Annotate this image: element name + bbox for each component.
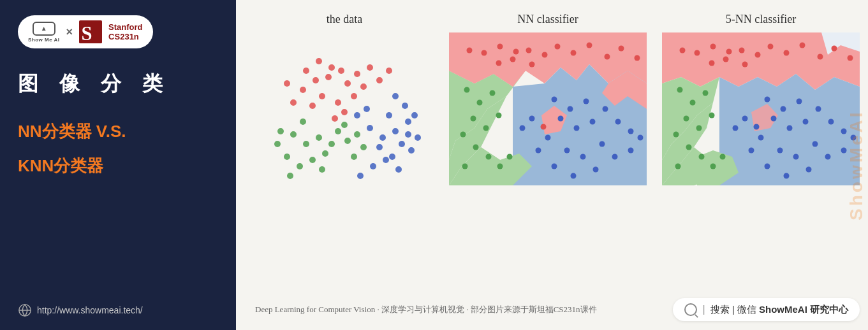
svg-point-136: [675, 164, 681, 169]
svg-point-47: [408, 147, 415, 154]
svg-point-109: [520, 126, 526, 131]
stanford-name: Stanford: [108, 22, 142, 32]
showme-label: Show Me AI: [28, 37, 60, 43]
svg-point-158: [806, 167, 812, 173]
svg-point-94: [590, 119, 596, 125]
stanford-course: CS231n: [108, 32, 142, 41]
svg-point-95: [603, 106, 608, 112]
nn-classifier-plot: [449, 32, 647, 185]
website-url: http://www.showmeai.tech/: [37, 305, 143, 315]
svg-point-102: [580, 154, 586, 160]
svg-point-54: [386, 112, 392, 118]
svg-point-84: [473, 145, 479, 150]
svg-point-69: [555, 44, 561, 50]
svg-point-137: [710, 164, 716, 169]
svg-point-2: [303, 68, 309, 74]
svg-point-121: [800, 43, 805, 48]
svg-point-55: [402, 103, 408, 109]
svg-point-112: [695, 50, 700, 56]
svg-point-18: [376, 77, 383, 83]
svg-point-159: [733, 126, 739, 131]
svg-point-96: [615, 119, 621, 125]
svg-point-36: [287, 173, 293, 179]
search-box[interactable]: | 搜索 | 微信 ShowMeAI 研究中心: [673, 298, 860, 321]
svg-point-41: [379, 134, 386, 141]
svg-point-124: [848, 55, 853, 61]
svg-point-110: [529, 116, 535, 122]
search-text: 搜索 | 微信 ShowMeAI 研究中心: [710, 304, 848, 316]
stanford-s-icon: S: [79, 20, 102, 43]
charts-area: the data: [255, 13, 860, 291]
svg-point-37: [300, 118, 306, 125]
svg-point-26: [297, 163, 303, 169]
scatter-plot: [255, 32, 434, 185]
svg-point-116: [723, 57, 729, 62]
svg-point-25: [284, 154, 290, 160]
svg-point-87: [497, 164, 503, 169]
stanford-text: Stanford CS231n: [108, 22, 142, 41]
showme-logo: Show Me AI: [28, 22, 60, 43]
svg-point-160: [742, 116, 748, 122]
svg-point-24: [316, 134, 322, 141]
svg-point-126: [742, 62, 748, 68]
svg-point-78: [477, 100, 483, 106]
svg-point-83: [460, 132, 466, 138]
svg-point-71: [587, 43, 592, 48]
svg-point-4: [328, 64, 335, 71]
svg-point-145: [816, 106, 821, 112]
svg-point-30: [277, 128, 284, 134]
svg-point-72: [605, 54, 610, 60]
svg-point-74: [635, 55, 640, 61]
svg-point-122: [818, 54, 823, 60]
search-icon: [684, 303, 697, 316]
svg-point-42: [392, 128, 399, 134]
svg-point-161: [754, 124, 760, 130]
svg-point-152: [793, 154, 799, 160]
svg-point-146: [828, 119, 834, 125]
svg-point-89: [552, 97, 557, 103]
svg-point-92: [558, 116, 564, 122]
svg-point-147: [841, 129, 847, 134]
svg-point-98: [600, 141, 605, 147]
svg-point-34: [354, 131, 360, 138]
website-link[interactable]: http://www.showmeai.tech/: [18, 303, 218, 317]
svg-point-8: [300, 87, 306, 93]
svg-point-101: [638, 135, 644, 141]
svg-point-118: [755, 52, 761, 58]
svg-point-155: [749, 148, 754, 154]
svg-point-65: [496, 61, 502, 66]
svg-point-108: [593, 167, 599, 173]
svg-point-106: [552, 164, 557, 169]
svg-point-77: [464, 87, 470, 93]
svg-point-29: [328, 141, 335, 147]
svg-point-40: [367, 125, 373, 131]
svg-point-10: [344, 80, 351, 87]
svg-point-99: [612, 154, 618, 160]
svg-point-12: [360, 83, 367, 90]
svg-point-32: [335, 128, 341, 134]
svg-point-103: [564, 148, 570, 154]
svg-point-119: [768, 44, 774, 50]
svg-point-100: [628, 148, 634, 154]
search-divider: |: [702, 304, 705, 315]
chart1-title: the data: [327, 13, 362, 26]
svg-point-3: [316, 58, 322, 64]
svg-point-5: [313, 77, 319, 83]
logo-area: Show Me AI × S Stanford CS231n: [18, 15, 153, 48]
svg-point-154: [758, 135, 764, 141]
page-title: 图 像 分 类: [18, 71, 218, 96]
svg-point-35: [319, 166, 325, 173]
search-label: 搜索 | 微信: [710, 304, 756, 315]
svg-point-17: [367, 64, 373, 71]
svg-point-39: [360, 144, 367, 150]
svg-point-9: [319, 93, 325, 99]
svg-point-127: [677, 87, 683, 93]
svg-point-19: [386, 68, 392, 74]
svg-point-142: [771, 116, 777, 122]
svg-point-70: [571, 50, 577, 56]
svg-point-73: [619, 46, 624, 52]
svg-point-88: [507, 154, 513, 160]
svg-point-27: [309, 157, 316, 163]
svg-point-20: [290, 99, 297, 106]
svg-point-143: [787, 126, 793, 131]
